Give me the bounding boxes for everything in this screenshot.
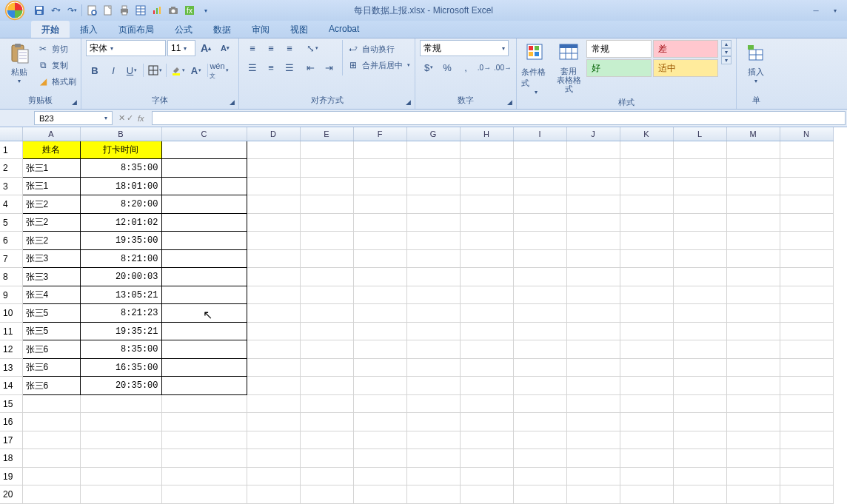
cell-G11[interactable] (406, 322, 460, 340)
cell-G10[interactable] (406, 304, 460, 323)
cell-I6[interactable] (513, 232, 566, 250)
cell-M10[interactable] (726, 304, 780, 323)
cell-M15[interactable] (726, 394, 780, 413)
cell-L2[interactable] (673, 159, 726, 178)
col-header-M[interactable]: M (726, 127, 780, 141)
cell-F6[interactable] (353, 232, 406, 250)
cell-I14[interactable] (513, 377, 566, 395)
cell-G7[interactable] (406, 249, 460, 268)
cell-J9[interactable] (566, 286, 620, 304)
cell-F16[interactable] (353, 413, 406, 431)
cell-A14[interactable]: 张三6 (22, 377, 80, 395)
row-header-8[interactable]: 8 (0, 268, 22, 286)
cell-C4[interactable] (161, 195, 247, 214)
cell-K11[interactable] (620, 322, 673, 340)
conditional-format-button[interactable]: 条件格式 ▾ (521, 40, 551, 95)
cell-D5[interactable] (247, 213, 300, 232)
cell-F18[interactable] (353, 449, 406, 468)
cell-D15[interactable] (247, 394, 300, 413)
cell-L6[interactable] (673, 232, 726, 250)
cell-K2[interactable] (620, 159, 673, 178)
number-launcher-icon[interactable]: ◢ (506, 98, 513, 106)
cell-N13[interactable] (780, 358, 833, 377)
tab-formula[interactable]: 公式 (164, 21, 203, 38)
cell-E6[interactable] (300, 232, 353, 250)
cell-I18[interactable] (513, 449, 566, 468)
cell-M5[interactable] (726, 213, 780, 232)
cell-M1[interactable] (726, 141, 780, 159)
tab-acrobat[interactable]: Acrobat (318, 21, 369, 38)
cell-D19[interactable] (247, 467, 300, 485)
cell-L11[interactable] (673, 322, 726, 340)
cell-J17[interactable] (566, 431, 620, 449)
cell-A9[interactable]: 张三4 (22, 286, 80, 304)
cell-M6[interactable] (726, 232, 780, 250)
cell-J14[interactable] (566, 377, 620, 395)
cell-D13[interactable] (247, 358, 300, 377)
fill-color-button[interactable]: ▾ (169, 62, 187, 78)
row-header-2[interactable]: 2 (0, 159, 22, 178)
cell-D12[interactable] (247, 340, 300, 359)
row-header-13[interactable]: 13 (0, 358, 22, 377)
row-header-15[interactable]: 15 (0, 394, 22, 413)
cell-B11[interactable]: 19:35:21 (80, 322, 161, 340)
cell-C20[interactable] (161, 485, 247, 504)
merge-center-button[interactable]: ⊞合并后居中▾ (347, 58, 410, 73)
font-name-combo[interactable]: 宋体▾ (86, 40, 166, 56)
row-header-19[interactable]: 19 (0, 467, 22, 485)
row-header-16[interactable]: 16 (0, 413, 22, 431)
col-header-B[interactable]: B (80, 127, 161, 141)
cell-K19[interactable] (620, 467, 673, 485)
cell-I19[interactable] (513, 467, 566, 485)
cell-I17[interactable] (513, 431, 566, 449)
cell-L14[interactable] (673, 377, 726, 395)
cell-E14[interactable] (300, 377, 353, 395)
cell-C5[interactable] (161, 213, 247, 232)
cell-H4[interactable] (460, 195, 513, 214)
cell-L8[interactable] (673, 268, 726, 286)
table-icon[interactable] (134, 4, 147, 17)
cell-L7[interactable] (673, 249, 726, 268)
tab-view[interactable]: 视图 (280, 21, 318, 38)
cell-C14[interactable] (161, 377, 247, 395)
cell-C17[interactable] (161, 431, 247, 449)
cell-I12[interactable] (513, 340, 566, 359)
cell-G17[interactable] (406, 431, 460, 449)
cell-F7[interactable] (353, 249, 406, 268)
cell-M9[interactable] (726, 286, 780, 304)
row-header-3[interactable]: 3 (0, 177, 22, 195)
cell-C18[interactable] (161, 449, 247, 468)
cell-F9[interactable] (353, 286, 406, 304)
copy-button[interactable]: ⧉复制 (37, 58, 76, 73)
cell-H6[interactable] (460, 232, 513, 250)
format-as-table-button[interactable]: 套用 表格格式 (554, 40, 583, 93)
cell-F19[interactable] (353, 467, 406, 485)
cell-D9[interactable] (247, 286, 300, 304)
cell-I10[interactable] (513, 304, 566, 323)
cell-D3[interactable] (247, 177, 300, 195)
cell-C3[interactable] (161, 177, 247, 195)
cell-G20[interactable] (406, 485, 460, 504)
cell-J20[interactable] (566, 485, 620, 504)
cell-G8[interactable] (406, 268, 460, 286)
row-header-5[interactable]: 5 (0, 213, 22, 232)
align-top-button[interactable]: ≡ (244, 40, 261, 56)
cell-H11[interactable] (460, 322, 513, 340)
cell-C2[interactable] (161, 159, 247, 178)
select-all-corner[interactable] (0, 127, 22, 141)
cell-I20[interactable] (513, 485, 566, 504)
cell-J3[interactable] (566, 177, 620, 195)
currency-button[interactable]: $▾ (420, 59, 438, 75)
fx-icon[interactable]: fx (135, 114, 147, 123)
row-header-11[interactable]: 11 (0, 322, 22, 340)
cell-G1[interactable] (406, 141, 460, 159)
cell-H12[interactable] (460, 340, 513, 359)
cell-F5[interactable] (353, 213, 406, 232)
cell-M20[interactable] (726, 485, 780, 504)
font-color-button[interactable]: A▾ (187, 62, 205, 78)
cell-G15[interactable] (406, 394, 460, 413)
cell-N9[interactable] (780, 286, 833, 304)
col-header-I[interactable]: I (513, 127, 566, 141)
cell-E15[interactable] (300, 394, 353, 413)
cell-J16[interactable] (566, 413, 620, 431)
